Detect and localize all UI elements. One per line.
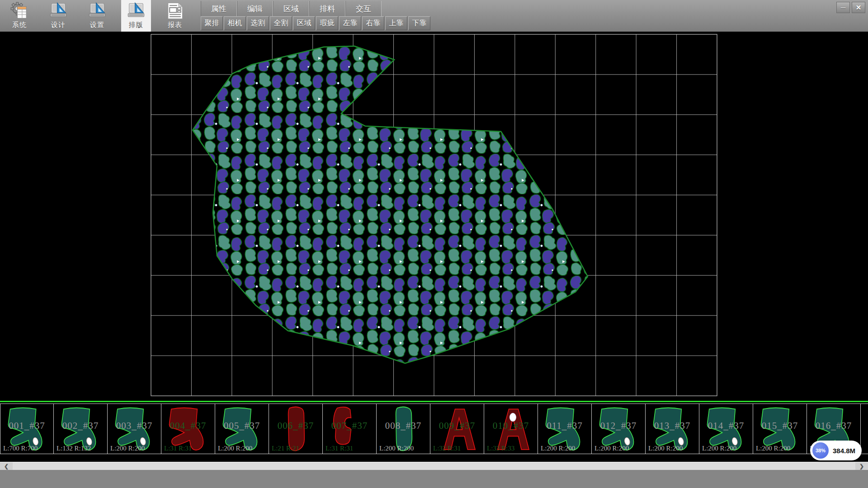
nav-design-button[interactable]: 设计 — [43, 0, 73, 32]
nav-setup-button[interactable]: 设置 — [82, 0, 112, 32]
piece-shape-icon — [699, 404, 753, 454]
piece-thumbnail[interactable]: 009_#37 L:32 R:31 — [430, 404, 484, 454]
nesting-workspace[interactable] — [0, 32, 868, 401]
piece-shape-icon — [0, 404, 53, 454]
nav-nesting-button[interactable]: 排版 — [121, 0, 151, 32]
piece-shape-icon — [646, 404, 699, 454]
piece-thumbnail[interactable]: 014_#37 L:200 R:200 — [699, 404, 753, 454]
nesting-canvas — [0, 32, 868, 401]
piece-thumbnail[interactable]: 002_#37 L:132 R:132 — [54, 404, 108, 454]
tool-select-cut[interactable]: 选割 — [247, 16, 269, 30]
menu-tool-stack: 属性 编辑 区域 排料 交互 聚排 相机 选割 全割 区域 瑕疵 左靠 右靠 上… — [201, 0, 430, 32]
piece-shape-icon — [54, 404, 107, 454]
piece-shape-icon — [861, 404, 868, 454]
piece-thumbnail[interactable]: 013_#37 L:200 R:200 — [646, 404, 699, 454]
piece-shape-icon — [377, 404, 430, 454]
tool-align-bottom[interactable]: 下靠 — [408, 16, 430, 30]
minimize-button[interactable]: ─ — [836, 2, 850, 13]
tool-cut-all[interactable]: 全割 — [270, 16, 292, 30]
scrollbar-track[interactable] — [13, 462, 855, 470]
tool-row: 聚排 相机 选割 全割 区域 瑕疵 左靠 右靠 上靠 下靠 — [201, 16, 430, 31]
scroll-left-button[interactable]: ❮ — [0, 462, 13, 470]
memory-badge: 38% 384.8M — [810, 441, 862, 460]
tool-defect[interactable]: 瑕疵 — [316, 16, 338, 30]
nav-design-label: 设计 — [51, 21, 66, 29]
piece-thumbnail[interactable]: 017_#37 — [861, 404, 868, 454]
piece-filmstrip: 001_#37 L:700 R:700 002_#37 L:132 R:132 … — [0, 401, 868, 455]
piece-thumbnail[interactable]: 008_#37 L:200 R:200 — [377, 404, 430, 454]
nav-system-label: 系统 — [12, 21, 27, 29]
piece-shape-icon — [538, 404, 591, 454]
report-document-icon — [166, 1, 184, 20]
piece-shape-icon — [215, 404, 269, 454]
piece-thumbnail[interactable]: 005_#37 L:200 R:200 — [215, 404, 269, 454]
piece-thumbnail[interactable]: 006_#37 L:21 R:21 — [269, 404, 323, 454]
window-footer — [0, 470, 868, 488]
menu-nesting[interactable]: 排料 — [309, 1, 345, 16]
gear-document-icon — [10, 1, 28, 20]
filmstrip-gap — [0, 455, 868, 462]
menu-properties[interactable]: 属性 — [201, 1, 237, 16]
menubar: 属性 编辑 区域 排料 交互 — [201, 0, 430, 16]
piece-shape-icon — [269, 404, 322, 454]
piece-shape-icon — [108, 404, 161, 454]
piece-shape-icon — [323, 404, 376, 454]
piece-thumbnail[interactable]: 004_#37 L:31 R:31 — [161, 404, 215, 454]
laptop-ruler-icon — [127, 1, 145, 20]
horizontal-scrollbar[interactable]: ❮ ❯ — [0, 462, 868, 470]
nav-icon-bar: 系统 设计 设置 — [0, 0, 190, 32]
memory-percent-indicator: 38% — [812, 442, 829, 459]
tool-align-left[interactable]: 左靠 — [339, 16, 361, 30]
tool-align-top[interactable]: 上靠 — [385, 16, 407, 30]
main-toolbar: 系统 设计 设置 — [0, 0, 868, 32]
piece-thumbnail[interactable]: 003_#37 L:200 R:200 — [108, 404, 161, 454]
piece-thumbnail[interactable]: 007_#37 L:31 R:31 — [323, 404, 377, 454]
nav-report-label: 报表 — [168, 21, 182, 29]
tool-align-right[interactable]: 右靠 — [362, 16, 384, 30]
nav-setup-label: 设置 — [90, 21, 104, 29]
tool-cluster-nest[interactable]: 聚排 — [201, 16, 223, 30]
laptop-ruler-icon — [88, 1, 106, 20]
nav-system-button[interactable]: 系统 — [5, 0, 34, 32]
menu-interact[interactable]: 交互 — [345, 1, 382, 16]
piece-shape-icon — [484, 404, 538, 454]
piece-thumbnail[interactable]: 015_#37 L:200 R:200 — [753, 404, 807, 454]
menu-edit[interactable]: 编辑 — [237, 1, 273, 16]
scroll-right-button[interactable]: ❯ — [855, 462, 868, 470]
memory-size-label: 384.8M — [833, 447, 855, 455]
piece-shape-icon — [592, 404, 645, 454]
nav-report-button[interactable]: 报表 — [160, 0, 190, 32]
piece-shape-icon — [430, 404, 484, 454]
tool-camera[interactable]: 相机 — [224, 16, 246, 30]
piece-thumbnail[interactable]: 011_#37 L:200 R:200 — [538, 404, 592, 454]
nav-nesting-label: 排版 — [129, 21, 143, 29]
tool-region[interactable]: 区域 — [293, 16, 315, 30]
piece-shape-icon — [161, 404, 215, 454]
piece-thumbnail[interactable]: 012_#37 L:200 R:200 — [592, 404, 646, 454]
piece-thumbnail[interactable]: 001_#37 L:700 R:700 — [0, 404, 54, 454]
close-button[interactable]: ✕ — [852, 2, 865, 13]
laptop-ruler-icon — [49, 1, 67, 20]
piece-shape-icon — [753, 404, 807, 454]
menu-region[interactable]: 区域 — [273, 1, 309, 16]
window-controls: ─ ✕ — [836, 2, 865, 13]
piece-thumbnail[interactable]: 010_#37 L:33 R:33 — [484, 404, 538, 454]
